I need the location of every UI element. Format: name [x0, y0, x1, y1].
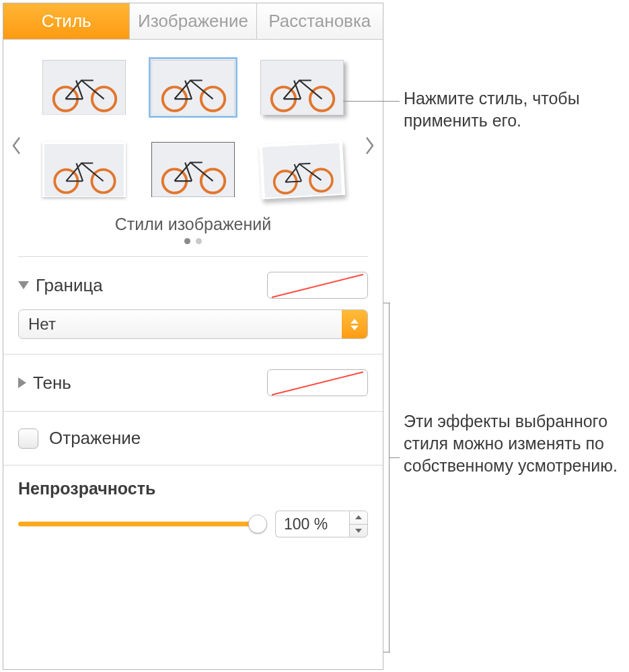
- stepper-down-icon: [355, 529, 362, 533]
- bicycle-icon: [152, 61, 234, 115]
- style-thumb-3[interactable]: [260, 60, 344, 115]
- style-thumbnails: [30, 60, 356, 197]
- callout-bracket-cap: [383, 303, 390, 303]
- gallery-next-button[interactable]: [360, 133, 379, 164]
- opacity-section: Непрозрачность 100 %: [3, 465, 383, 544]
- opacity-value-field[interactable]: 100 %: [275, 511, 349, 537]
- gallery-prev-button[interactable]: [7, 133, 26, 164]
- border-section: Граница Нет: [3, 257, 383, 354]
- opacity-stepper-buttons[interactable]: [349, 511, 368, 537]
- style-thumb-4[interactable]: [42, 142, 126, 197]
- page-dot-1[interactable]: [184, 238, 190, 244]
- format-inspector-panel: Стиль Изображение Расстановка: [3, 3, 383, 670]
- tab-arrange[interactable]: Расстановка: [257, 3, 383, 39]
- slider-knob-icon: [248, 515, 267, 533]
- callout-effects-tip: Эти эффекты выбранного стиля можно измен…: [404, 410, 629, 477]
- reflection-row: Отражение: [3, 412, 383, 465]
- callout-style-tip: Нажмите стиль, чтобы применить его.: [404, 87, 629, 131]
- chevron-right-icon[interactable]: [18, 377, 26, 388]
- border-type-select[interactable]: Нет: [18, 309, 368, 339]
- tab-style-label: Стиль: [42, 11, 91, 32]
- page-dot-2[interactable]: [196, 238, 202, 244]
- chevron-down-icon[interactable]: [18, 281, 29, 289]
- style-thumb-5[interactable]: [151, 142, 235, 197]
- bicycle-icon: [261, 61, 343, 115]
- style-thumb-6[interactable]: [259, 140, 345, 199]
- callout-bracket-cap: [383, 652, 390, 652]
- inspector-tabs: Стиль Изображение Расстановка: [3, 3, 383, 40]
- reflection-checkbox[interactable]: [18, 428, 38, 449]
- border-type-value: Нет: [19, 310, 342, 338]
- bicycle-icon: [262, 143, 342, 198]
- opacity-stepper: 100 %: [275, 511, 368, 537]
- tab-image[interactable]: Изображение: [130, 3, 256, 39]
- tab-image-label: Изображение: [138, 11, 248, 32]
- chevron-left-icon: [11, 137, 22, 159]
- shadow-section: Тень: [3, 354, 383, 412]
- callout-leader-line: [389, 457, 400, 458]
- style-thumb-1[interactable]: [42, 60, 126, 115]
- shadow-preview-swatch[interactable]: [267, 369, 368, 396]
- opacity-label: Непрозрачность: [18, 479, 368, 498]
- gallery-page-dots: [30, 238, 356, 244]
- shadow-label: Тень: [33, 373, 71, 394]
- gallery-title: Стили изображений: [30, 215, 356, 234]
- tab-arrange-label: Расстановка: [268, 11, 371, 32]
- border-preview-swatch[interactable]: [267, 272, 368, 299]
- popup-button-icon: [342, 310, 367, 338]
- bicycle-icon: [43, 61, 125, 115]
- tab-style[interactable]: Стиль: [3, 3, 130, 39]
- bicycle-icon: [44, 144, 124, 196]
- svg-rect-15: [262, 143, 342, 198]
- border-label: Граница: [36, 275, 103, 296]
- callout-leader-line: [343, 101, 400, 102]
- chevron-right-icon: [364, 137, 375, 159]
- opacity-slider[interactable]: [18, 515, 266, 533]
- style-gallery: Стили изображений: [3, 40, 383, 256]
- reflection-label: Отражение: [49, 428, 141, 449]
- callout-bracket: [389, 303, 390, 652]
- style-thumb-2[interactable]: [151, 60, 235, 115]
- stepper-up-icon: [355, 515, 362, 519]
- bicycle-icon: [152, 143, 234, 197]
